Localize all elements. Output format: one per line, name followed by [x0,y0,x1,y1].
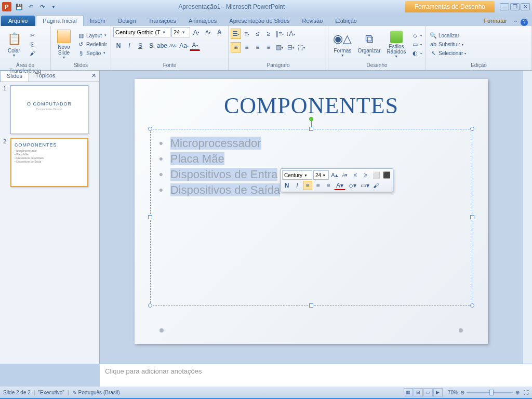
mini-bold[interactable]: N [282,181,291,190]
design-tab[interactable]: Design [112,16,142,26]
help-icon[interactable]: ? [521,19,528,26]
minimize-ribbon-icon[interactable]: ⌃ [513,20,517,25]
align-text-button[interactable]: ⊟▾ [285,42,296,52]
file-tab[interactable]: Arquivo [1,16,35,26]
font-family-combo[interactable]: Century Gothic (T▼ [113,27,170,37]
spellcheck-icon[interactable]: ✎ [72,390,76,395]
mini-format-painter[interactable]: 🖌 [371,181,381,190]
mini-italic[interactable]: I [292,181,302,190]
mini-font-color[interactable]: A▾ [334,181,345,190]
resize-handle[interactable] [309,303,313,308]
shape-fill-button[interactable]: ◇▾ [410,31,423,39]
resize-handle[interactable] [470,127,474,131]
find-button[interactable]: 🔍Localizar [428,31,468,39]
resize-handle[interactable] [470,215,474,219]
mini-fill[interactable]: ◇▾ [347,181,358,190]
insert-tab[interactable]: Inserir [84,16,112,26]
mini-align-right[interactable]: ≡ [324,181,333,190]
fit-window-button[interactable]: ⛶ [524,390,529,395]
slide-canvas[interactable]: COMPONENTES Microprocessador Placa Mãe D… [135,79,488,344]
qat-dropdown-icon[interactable]: ▼ [49,2,58,11]
format-tab[interactable]: Formatar [477,16,513,26]
mini-outline[interactable]: ▭▾ [359,181,370,190]
reset-button[interactable]: ↺Redefinir [76,40,109,48]
decrease-indent-button[interactable]: ≤ [252,29,263,39]
new-slide-button[interactable]: Novo Slide ▼ [53,27,75,61]
char-spacing-button[interactable]: AV▾ [168,41,178,51]
mini-grow-font[interactable]: A▴ [330,170,339,180]
close-panel-icon[interactable]: ✕ [88,71,99,82]
text-direction-button[interactable]: ↕A▾ [285,29,296,39]
reading-view-button[interactable]: ▭ [423,388,433,396]
thumbnail-1[interactable]: 1 O COMPUTADOR Componentes Básicos [3,85,96,134]
bullets-button[interactable]: ☰▾ [231,29,241,39]
change-case-button[interactable]: Aa▾ [179,41,189,51]
resize-handle[interactable] [148,127,152,131]
slide-editor[interactable]: COMPONENTES Microprocessador Placa Mãe D… [100,71,523,364]
zoom-in-button[interactable]: ⊕ [515,390,520,395]
layout-button[interactable]: ▥Layout▾ [76,31,109,39]
zoom-slider[interactable] [467,392,513,393]
shadow-button[interactable]: S [146,41,156,51]
section-button[interactable]: §Seção▾ [76,49,109,57]
resize-handle[interactable] [148,215,152,219]
redo-icon[interactable]: ↷ [37,2,47,11]
resize-handle[interactable] [148,303,152,308]
animations-tab[interactable]: Animações [182,16,223,26]
italic-button[interactable]: I [124,41,135,51]
mini-send-back[interactable]: ⬛ [382,170,391,180]
font-size-combo[interactable]: 24▼ [171,27,190,37]
close-button[interactable]: ✕ [521,3,530,10]
resize-handle[interactable] [470,303,474,308]
columns-button[interactable]: ▥▾ [274,42,285,52]
grow-font-button[interactable]: A▴ [191,27,202,37]
justify-button[interactable]: ≡ [263,42,274,52]
restore-button[interactable]: ❐ [510,3,520,10]
home-tab[interactable]: Página Inicial [36,15,83,26]
undo-icon[interactable]: ↶ [26,2,35,11]
slideshow-view-button[interactable]: ▶ [433,388,443,396]
language-indicator[interactable]: Português (Brasil) [78,390,120,395]
normal-view-button[interactable]: ▦ [404,388,413,396]
rotate-handle[interactable] [309,117,313,121]
mini-bring-front[interactable]: ⬜ [371,170,381,180]
slideshow-tab[interactable]: Apresentação de Slides [223,16,296,26]
cut-button[interactable]: ✂ [27,31,37,39]
strikethrough-button[interactable]: abe [157,41,167,51]
thumbnail-2[interactable]: 2 COMPONENTES • Microprocessador • Placa… [3,138,96,187]
slide-title-text[interactable]: COMPONENTES [155,92,467,119]
clear-formatting-button[interactable]: A̷ [214,27,224,37]
mini-align-left[interactable]: ≡ [303,181,312,190]
mini-increase-indent[interactable]: ≥ [361,170,370,180]
shape-effects-button[interactable]: ◐▾ [410,49,423,57]
content-textbox[interactable]: Microprocessador Placa Mãe Dispositivos … [150,129,472,305]
transitions-tab[interactable]: Transições [142,16,182,26]
align-center-button[interactable]: ≡ [242,42,252,52]
mini-shrink-font[interactable]: A▾ [340,170,350,180]
shapes-button[interactable]: ◉△ Formas▼ [330,27,355,61]
increase-indent-button[interactable]: ≥ [263,29,274,39]
review-tab[interactable]: Revisão [296,16,329,26]
mini-size-combo[interactable]: 24▼ [313,170,329,180]
shrink-font-button[interactable]: A▾ [203,27,213,37]
smartart-button[interactable]: ⬚▾ [296,42,307,52]
font-color-button[interactable]: A▾ [190,41,200,51]
format-painter-button[interactable]: 🖌 [27,49,37,57]
save-icon[interactable]: 💾 [15,2,24,11]
copy-button[interactable]: ⎘ [27,40,37,48]
bold-button[interactable]: N [113,41,124,51]
quick-styles-button[interactable]: Estilos Rápidos▼ [384,27,409,61]
line-spacing-button[interactable]: ‖≡▾ [274,29,285,39]
vertical-scrollbar[interactable] [523,71,532,364]
paste-button[interactable]: 📋 Colar ▼ [2,27,26,61]
zoom-label[interactable]: 70% [448,390,458,395]
shape-outline-button[interactable]: ▭▾ [410,40,423,48]
view-tab[interactable]: Exibição [329,16,363,26]
bullet-item[interactable]: Placa Mãe [159,152,463,166]
replace-button[interactable]: abSubstituir▾ [428,40,468,48]
mini-align-center[interactable]: ≡ [313,181,323,190]
select-button[interactable]: ↖Selecionar▾ [428,49,468,57]
bullet-item[interactable]: Microprocessador [159,137,463,150]
numbering-button[interactable]: ≡▾ [242,29,252,39]
align-right-button[interactable]: ≡ [252,42,263,52]
